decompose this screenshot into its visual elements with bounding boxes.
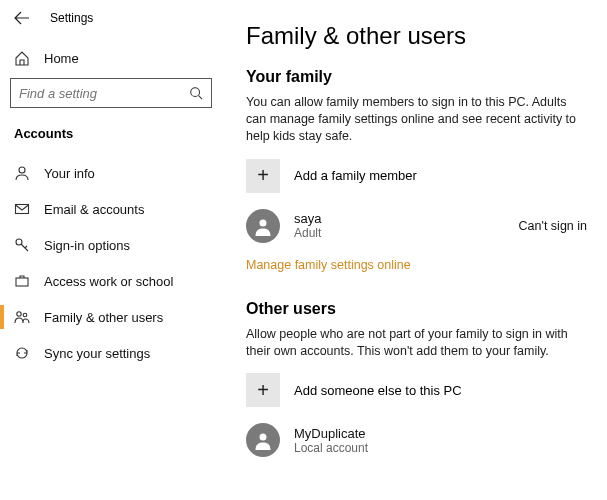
page-title: Family & other users [246,22,587,50]
sidebar-item-label: Family & other users [44,310,163,325]
sidebar-item-label: Access work or school [44,274,173,289]
sidebar-item-home[interactable]: Home [0,42,222,74]
sidebar-item-label: Sign-in options [44,238,130,253]
manage-family-link[interactable]: Manage family settings online [246,258,411,272]
briefcase-icon [14,273,30,289]
svg-rect-4 [16,278,28,286]
avatar [246,209,280,243]
sidebar-item-sync-settings[interactable]: Sync your settings [0,335,222,371]
user-name: saya [294,211,505,226]
svg-point-6 [23,313,27,317]
user-info: MyDuplicate Local account [294,426,587,455]
sidebar-item-your-info[interactable]: Your info [0,155,222,191]
user-name: MyDuplicate [294,426,587,441]
your-family-heading: Your family [246,68,587,86]
main-content: Family & other users Your family You can… [222,0,607,500]
person-icon [14,165,30,181]
add-other-label: Add someone else to this PC [294,383,462,398]
sidebar-section-title: Accounts [0,118,222,155]
sidebar-item-access-work-school[interactable]: Access work or school [0,263,222,299]
add-family-label: Add a family member [294,168,417,183]
user-info: saya Adult [294,211,505,240]
svg-point-5 [17,312,21,316]
user-role: Local account [294,441,587,455]
home-label: Home [44,51,79,66]
search-icon [189,86,203,100]
svg-point-1 [19,167,25,173]
svg-point-7 [260,219,267,226]
person-icon [253,430,273,450]
add-family-member-button[interactable]: + Add a family member [246,159,587,193]
svg-point-8 [260,434,267,441]
plus-icon: + [246,159,280,193]
user-role: Adult [294,226,505,240]
sidebar-item-label: Email & accounts [44,202,144,217]
your-family-description: You can allow family members to sign in … [246,94,587,145]
add-other-user-button[interactable]: + Add someone else to this PC [246,373,587,407]
back-button[interactable] [12,8,32,28]
mail-icon [14,201,30,217]
other-users-description: Allow people who are not part of your fa… [246,326,587,360]
svg-point-0 [191,88,200,97]
key-icon [14,237,30,253]
family-member-row[interactable]: saya Adult Can't sign in [246,209,587,243]
other-user-row[interactable]: MyDuplicate Local account [246,423,587,457]
user-status: Can't sign in [519,219,587,233]
sidebar: Settings Home Accounts Your info Email &… [0,0,222,500]
sidebar-item-sign-in-options[interactable]: Sign-in options [0,227,222,263]
sidebar-item-label: Sync your settings [44,346,150,361]
sidebar-item-email-accounts[interactable]: Email & accounts [0,191,222,227]
app-title: Settings [50,11,93,25]
other-users-heading: Other users [246,300,587,318]
arrow-left-icon [14,10,30,26]
person-icon [253,216,273,236]
sync-icon [14,345,30,361]
sidebar-header: Settings [0,6,222,38]
avatar [246,423,280,457]
home-icon [14,50,30,66]
people-icon [14,309,30,325]
search-box[interactable] [10,78,212,108]
sidebar-item-family-other-users[interactable]: Family & other users [0,299,222,335]
plus-icon: + [246,373,280,407]
sidebar-item-label: Your info [44,166,95,181]
search-input[interactable] [19,86,179,101]
